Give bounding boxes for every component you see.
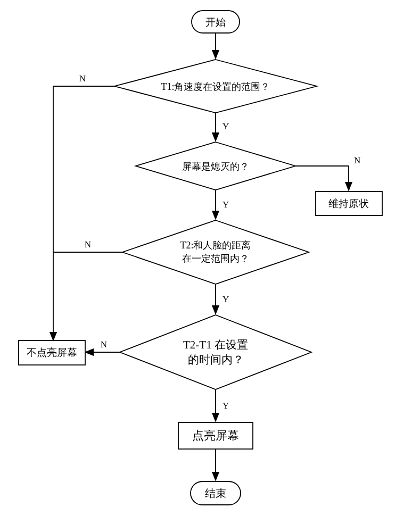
end-label: 结束 [205,487,226,499]
svg-marker-5 [122,220,309,284]
decision-time-label1: T2-T1 在设置 [183,338,248,351]
no-light-label: 不点亮屏幕 [27,347,77,358]
maintain-label: 维持原状 [328,198,369,209]
no-label: N [85,239,91,250]
decision-screen-off: 屏幕是熄灭的？ [136,142,295,190]
process-maintain: 维持原状 [316,192,382,215]
end-node: 结束 [191,481,241,505]
yes-label: Y [223,200,229,210]
yes-label: Y [223,121,229,131]
decision-t1-label: T1:角速度在设置的范围？ [161,81,270,92]
yes-label: Y [223,294,229,304]
no-label: N [101,339,107,350]
no-label: N [79,73,86,84]
decision-t2-label1: T2:和人脸的距离 [180,240,251,251]
svg-marker-6 [120,315,311,389]
light-label: 点亮屏幕 [192,429,239,442]
process-light: 点亮屏幕 [178,422,253,449]
decision-screen-label: 屏幕是熄灭的？ [182,161,249,172]
decision-t2-label2: 在一定范围内？ [182,253,249,264]
yes-label: Y [223,401,229,411]
decision-time: T2-T1 在设置 的时间内？ [120,315,311,389]
decision-time-label2: 的时间内？ [188,353,244,366]
decision-t1: T1:角速度在设置的范围？ [114,60,317,113]
start-node: 开始 [192,11,240,33]
decision-t2: T2:和人脸的距离 在一定范围内？ [122,220,309,284]
start-label: 开始 [205,16,226,28]
flowchart-diagram: 开始 T1:角速度在设置的范围？ Y N 屏幕是熄灭的？ Y N 维持原状 T2… [0,0,420,532]
process-no-light: 不点亮屏幕 [19,340,85,365]
no-label: N [354,155,360,165]
